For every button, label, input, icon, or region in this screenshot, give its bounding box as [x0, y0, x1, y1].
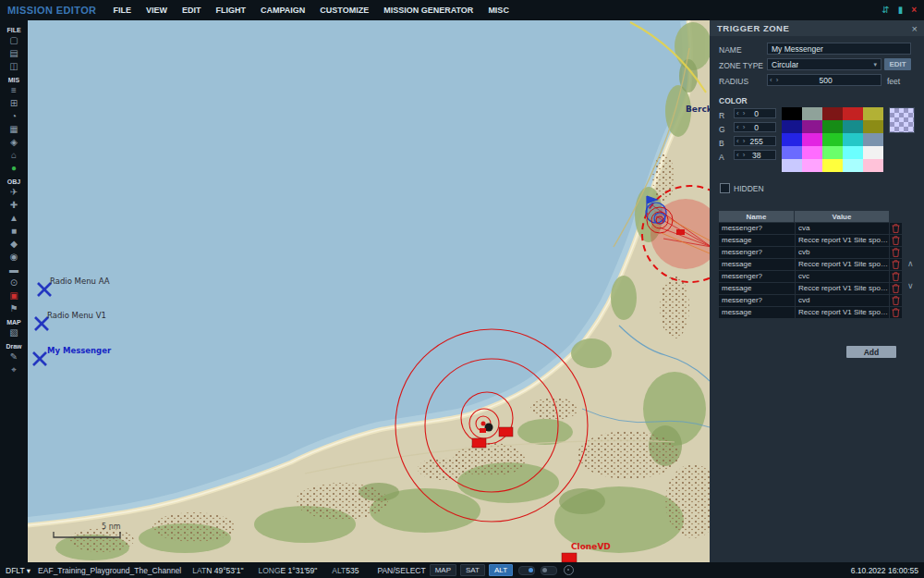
- summary-icon[interactable]: ◈: [5, 136, 23, 149]
- map-canvas[interactable]: Berck CloneVD: [28, 20, 710, 562]
- palette-swatch[interactable]: [863, 146, 883, 159]
- channel-r-stepper[interactable]: ‹› 0: [734, 108, 776, 118]
- palette-swatch[interactable]: [863, 133, 883, 146]
- menu-customize[interactable]: CUSTOMIZE: [312, 1, 376, 19]
- channel-g-stepper[interactable]: ‹› 0: [734, 122, 776, 132]
- palette-swatch[interactable]: [843, 159, 863, 172]
- palette-swatch[interactable]: [843, 120, 863, 133]
- map-viewport[interactable]: Berck CloneVD: [28, 20, 710, 562]
- airbase-icon[interactable]: ◉: [5, 251, 23, 264]
- table-row[interactable]: messenger?cvb: [719, 247, 902, 258]
- failures-icon[interactable]: ⌂: [5, 149, 23, 162]
- palette-swatch[interactable]: [843, 133, 863, 146]
- palette-swatch[interactable]: [802, 146, 822, 159]
- trigger-zone-icon[interactable]: ▣: [5, 289, 23, 302]
- palette-swatch[interactable]: [782, 146, 802, 159]
- rules-icon[interactable]: ▦: [5, 123, 23, 136]
- menu-misc[interactable]: MISC: [480, 1, 517, 19]
- palette-swatch[interactable]: [822, 146, 843, 159]
- close-icon[interactable]: ×: [911, 4, 917, 17]
- increment-icon[interactable]: ›: [741, 151, 748, 159]
- add-row-button[interactable]: Add: [846, 346, 896, 358]
- vehicle-icon[interactable]: ■: [5, 225, 23, 238]
- waypoint-icon[interactable]: ⚑: [5, 302, 23, 315]
- increment-icon[interactable]: ›: [741, 123, 748, 131]
- palette-swatch[interactable]: [822, 159, 843, 172]
- weather-icon[interactable]: ◔: [5, 110, 23, 123]
- scroll-down-icon[interactable]: ∨: [907, 281, 914, 290]
- menu-campaign[interactable]: CAMPAIGN: [253, 1, 312, 19]
- palette-swatch[interactable]: [782, 159, 802, 172]
- channel-b-stepper[interactable]: ‹› 255: [734, 136, 776, 146]
- palette-swatch[interactable]: [782, 133, 802, 146]
- delete-row-button[interactable]: [890, 295, 902, 306]
- channel-a-stepper[interactable]: ‹› 38: [734, 150, 776, 160]
- briefing-icon[interactable]: ≡: [5, 84, 23, 97]
- delete-row-button[interactable]: [890, 271, 902, 282]
- delete-row-button[interactable]: [890, 307, 902, 318]
- table-row[interactable]: messageRecce report V1 Site spotted: [719, 235, 902, 246]
- map-layers-icon[interactable]: ▧: [5, 326, 23, 339]
- palette-swatch[interactable]: [802, 133, 822, 146]
- palette-swatch[interactable]: [782, 120, 802, 133]
- palette-swatch[interactable]: [822, 120, 843, 133]
- increment-icon[interactable]: ›: [741, 109, 748, 117]
- static-object-icon[interactable]: ◆: [5, 238, 23, 251]
- increment-icon[interactable]: ›: [741, 137, 748, 145]
- palette-swatch[interactable]: [822, 133, 843, 146]
- decrement-icon[interactable]: ‹: [735, 151, 741, 159]
- draw-icon[interactable]: ✎: [5, 350, 23, 363]
- table-row[interactable]: messenger?cvc: [719, 271, 902, 282]
- table-row[interactable]: messageRecce report V1 Site spotted: [719, 259, 902, 270]
- decrement-icon[interactable]: ‹: [735, 109, 741, 117]
- map-layer-button[interactable]: MAP: [430, 564, 456, 576]
- palette-swatch[interactable]: [802, 107, 822, 120]
- menu-edit[interactable]: EDIT: [175, 1, 209, 19]
- menu-flight[interactable]: FLIGHT: [209, 1, 254, 19]
- open-mission-icon[interactable]: ▤: [5, 47, 23, 60]
- delete-row-button[interactable]: [890, 223, 902, 234]
- palette-swatch[interactable]: [863, 159, 883, 172]
- scroll-up-icon[interactable]: ∧: [907, 259, 914, 268]
- radius-stepper[interactable]: ‹ › 500: [767, 74, 881, 86]
- settings-icon[interactable]: [564, 565, 574, 575]
- hidden-checkbox[interactable]: [720, 183, 730, 193]
- toggle-icon-2[interactable]: [541, 566, 557, 575]
- warehouse-icon[interactable]: ▬: [5, 264, 23, 277]
- menu-file[interactable]: FILE: [105, 1, 139, 19]
- table-row[interactable]: messenger?cva: [719, 223, 902, 234]
- vr-status-icon[interactable]: ▮: [898, 4, 904, 17]
- template-icon[interactable]: ⊙: [5, 277, 23, 289]
- helicopter-icon[interactable]: ✚: [5, 199, 23, 212]
- palette-swatch[interactable]: [843, 146, 863, 159]
- panel-close-icon[interactable]: ×: [912, 23, 924, 34]
- update-icon[interactable]: ⇵: [881, 4, 889, 17]
- zone-name-input[interactable]: My Messenger: [767, 43, 911, 55]
- palette-swatch[interactable]: [863, 107, 883, 120]
- zone-type-select[interactable]: Circular ▾: [767, 58, 881, 70]
- alt-layer-button[interactable]: ALT: [489, 564, 513, 576]
- edit-zone-button[interactable]: EDIT: [884, 58, 911, 70]
- new-mission-icon[interactable]: ▢: [5, 34, 23, 47]
- palette-swatch[interactable]: [802, 159, 822, 172]
- table-row[interactable]: messenger?cvd: [719, 295, 902, 306]
- palette-swatch[interactable]: [863, 120, 883, 133]
- fly-mission-icon[interactable]: ●: [5, 162, 23, 175]
- palette-swatch[interactable]: [843, 107, 863, 120]
- mission-options-icon[interactable]: ⊞: [5, 97, 23, 110]
- palette-swatch[interactable]: [782, 107, 802, 120]
- save-mission-icon[interactable]: ◫: [5, 60, 23, 73]
- menu-mission-generator[interactable]: MISSION GENERATOR: [376, 1, 480, 19]
- aircraft-icon[interactable]: ✈: [5, 186, 23, 199]
- delete-row-button[interactable]: [890, 259, 902, 270]
- measure-icon[interactable]: ⌖: [5, 363, 23, 376]
- delete-row-button[interactable]: [890, 235, 902, 246]
- menu-view[interactable]: VIEW: [139, 1, 175, 19]
- palette-swatch[interactable]: [802, 120, 822, 133]
- sat-layer-button[interactable]: SAT: [460, 564, 485, 576]
- decrement-icon[interactable]: ‹: [735, 123, 741, 131]
- decrement-icon[interactable]: ‹: [768, 76, 774, 84]
- toggle-icon-1[interactable]: [518, 566, 535, 575]
- table-row[interactable]: messageRecce report V1 Site spotted: [719, 283, 902, 294]
- profile-dropdown[interactable]: DFLT ▾: [6, 566, 30, 575]
